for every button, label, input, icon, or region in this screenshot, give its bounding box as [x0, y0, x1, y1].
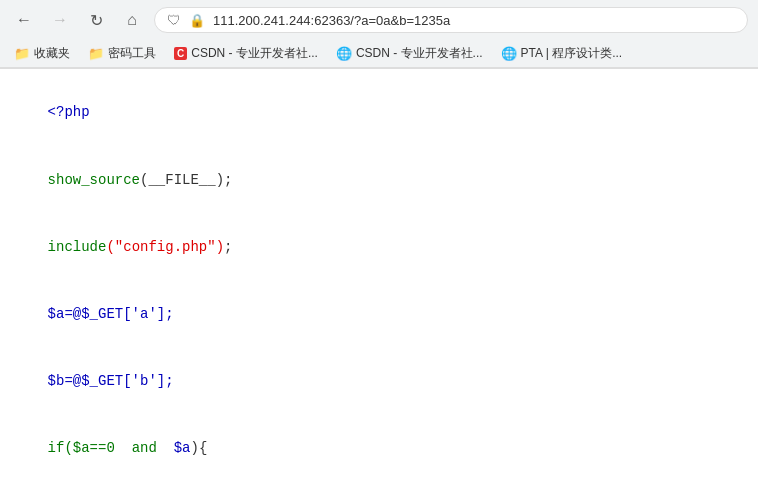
var-a-ref: $a [174, 440, 191, 456]
bookmarks-bar: 📁 收藏夹 📁 密码工具 C CSDN - 专业开发者社... 🌐 CSDN -… [0, 40, 758, 68]
code-line-5: $b=@$_GET['b']; [14, 348, 744, 415]
var-a-line: $a=@$_GET['a']; [48, 306, 174, 322]
include-func: include [48, 239, 107, 255]
globe-icon-1: 🌐 [336, 46, 352, 61]
home-button[interactable]: ⌂ [118, 6, 146, 34]
bookmark-shoucang[interactable]: 📁 收藏夹 [8, 43, 76, 64]
and-keyword: and [132, 440, 157, 456]
show-source-end: ; [224, 172, 232, 188]
lock-icon: 🔒 [189, 13, 205, 28]
back-button[interactable]: ← [10, 6, 38, 34]
show-source-func: show_source [48, 172, 140, 188]
forward-button[interactable]: → [46, 6, 74, 34]
page-content: <?php show_source(__FILE__); include("co… [0, 69, 758, 502]
folder-icon-2: 📁 [88, 46, 104, 61]
bookmark-label-2: 密码工具 [108, 45, 156, 62]
code-line-4: $a=@$_GET['a']; [14, 281, 744, 348]
code-line-7: echo $flag1; [14, 482, 744, 502]
bookmark-label-3: CSDN - 专业开发者社... [191, 45, 318, 62]
code-line-3: include("config.php"); [14, 213, 744, 280]
code-line-6: if($a==0 and $a){ [14, 415, 744, 482]
shield-icon: 🛡 [167, 12, 181, 28]
browser-chrome: ← → ↻ ⌂ 🛡 🔒 111.200.241.244:62363/?a=0a&… [0, 0, 758, 69]
code-line-1: <?php [14, 79, 744, 146]
bookmark-label: 收藏夹 [34, 45, 70, 62]
address-bar[interactable]: 🛡 🔒 111.200.241.244:62363/?a=0a&b=1235a [154, 7, 748, 33]
nav-bar: ← → ↻ ⌂ 🛡 🔒 111.200.241.244:62363/?a=0a&… [0, 0, 758, 40]
bookmark-pta[interactable]: 🌐 PTA | 程序设计类... [495, 43, 629, 64]
csdn-icon-1: C [174, 47, 187, 60]
url-text: 111.200.241.244:62363/?a=0a&b=1235a [213, 13, 735, 28]
if-a-keyword: if($a==0 [48, 440, 115, 456]
folder-icon: 📁 [14, 46, 30, 61]
bookmark-label-5: PTA | 程序设计类... [521, 45, 623, 62]
refresh-button[interactable]: ↻ [82, 6, 110, 34]
if-end: ){ [190, 440, 207, 456]
code-line-2: show_source(__FILE__); [14, 146, 744, 213]
include-end: ; [224, 239, 232, 255]
var-b-line: $b=@$_GET['b']; [48, 373, 174, 389]
bookmark-csdn1[interactable]: C CSDN - 专业开发者社... [168, 43, 324, 64]
bookmark-label-4: CSDN - 专业开发者社... [356, 45, 483, 62]
globe-icon-2: 🌐 [501, 46, 517, 61]
php-open-tag: <?php [48, 104, 90, 120]
bookmark-csdn2[interactable]: 🌐 CSDN - 专业开发者社... [330, 43, 489, 64]
show-source-arg: (__FILE__) [140, 172, 224, 188]
bookmark-mimajuju[interactable]: 📁 密码工具 [82, 43, 162, 64]
include-arg: ("config.php") [106, 239, 224, 255]
